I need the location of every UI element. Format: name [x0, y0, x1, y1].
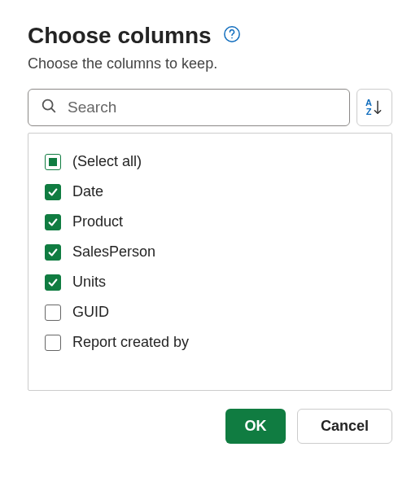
column-list: (Select all) Date Product SalesPerson Un… [28, 133, 392, 391]
column-item-guid[interactable]: GUID [45, 297, 375, 327]
dialog-title: Choose columns [28, 23, 212, 49]
checkbox-indeterminate-icon [45, 154, 61, 170]
column-label: Report created by [72, 334, 189, 351]
sort-button[interactable]: AZ [357, 89, 392, 126]
column-item-product[interactable]: Product [45, 207, 375, 237]
column-item-salesperson[interactable]: SalesPerson [45, 237, 375, 267]
search-box[interactable] [28, 89, 350, 126]
column-item-report-created-by[interactable]: Report created by [45, 327, 375, 357]
dialog-footer: OK Cancel [28, 409, 392, 444]
column-label: Product [72, 213, 123, 230]
checkbox-unchecked-icon [45, 335, 61, 351]
column-label: Units [72, 274, 106, 291]
column-label: Date [72, 183, 103, 200]
select-all-item[interactable]: (Select all) [45, 147, 375, 177]
sort-az-icon: AZ [365, 99, 383, 116]
select-all-label: (Select all) [72, 153, 142, 170]
search-icon [40, 97, 58, 118]
checkbox-unchecked-icon [45, 305, 61, 321]
checkbox-checked-icon [45, 274, 61, 291]
svg-point-1 [231, 37, 233, 39]
cancel-button[interactable]: Cancel [297, 409, 392, 444]
svg-line-3 [51, 108, 55, 112]
column-label: GUID [72, 304, 109, 321]
search-row: AZ [28, 89, 392, 126]
column-label: SalesPerson [72, 243, 155, 261]
search-input[interactable] [68, 99, 338, 116]
checkbox-checked-icon [45, 244, 61, 261]
column-item-date[interactable]: Date [45, 177, 375, 207]
checkbox-checked-icon [45, 214, 61, 230]
column-item-units[interactable]: Units [45, 267, 375, 297]
help-icon[interactable] [223, 25, 241, 46]
dialog-subtitle: Choose the columns to keep. [28, 55, 392, 72]
ok-button[interactable]: OK [225, 409, 286, 444]
dialog-header: Choose columns [28, 23, 392, 49]
checkbox-checked-icon [45, 184, 61, 200]
